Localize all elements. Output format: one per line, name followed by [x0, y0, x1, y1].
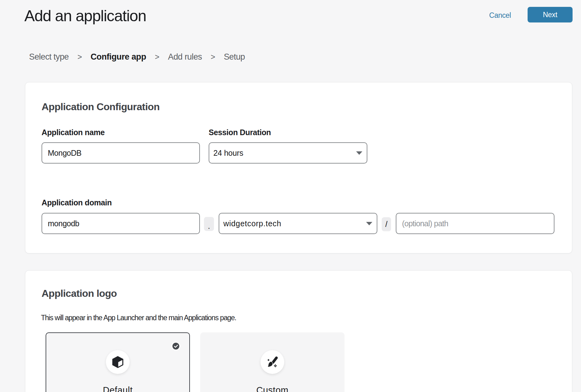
- breadcrumb: Select type > Configure app > Add rules …: [29, 51, 245, 62]
- page-title: Add an application: [24, 7, 146, 25]
- chevron-down-icon: [356, 151, 362, 155]
- application-logo-card: Application logo This will appear in the…: [25, 270, 572, 392]
- check-icon: [172, 343, 179, 350]
- application-name-input[interactable]: [42, 142, 200, 164]
- cube-icon: [111, 355, 125, 369]
- application-logo-description: This will appear in the App Launcher and…: [41, 313, 236, 323]
- domain-select[interactable]: widgetcorp.tech: [219, 213, 377, 234]
- domain-dot-separator-text: .: [208, 222, 210, 231]
- domain-slash-separator: /: [382, 217, 391, 231]
- domain-dot-separator: .: [204, 217, 214, 231]
- path-input[interactable]: [396, 213, 554, 234]
- subdomain-input[interactable]: [42, 213, 200, 234]
- application-configuration-card: Application Configuration Application na…: [25, 82, 572, 253]
- session-duration-value: 24 hours: [213, 149, 356, 158]
- breadcrumb-separator-icon: >: [211, 51, 215, 62]
- chevron-down-icon: [366, 222, 372, 225]
- custom-logo-circle: [261, 350, 284, 374]
- session-duration-label: Session Duration: [209, 128, 271, 137]
- application-logo-heading: Application logo: [42, 287, 117, 300]
- add-application-page: Add an application Cancel Next Select ty…: [0, 0, 581, 392]
- logo-option-default[interactable]: Default: [46, 332, 190, 392]
- application-name-label: Application name: [42, 128, 105, 137]
- breadcrumb-step-select-type[interactable]: Select type: [29, 51, 69, 62]
- logo-option-custom[interactable]: Custom: [200, 332, 345, 392]
- domain-select-value: widgetcorp.tech: [223, 219, 366, 228]
- breadcrumb-step-setup: Setup: [224, 51, 245, 62]
- session-duration-select[interactable]: 24 hours: [209, 142, 367, 164]
- application-configuration-heading: Application Configuration: [42, 100, 160, 113]
- cancel-button[interactable]: Cancel: [487, 11, 513, 19]
- application-domain-label: Application domain: [42, 198, 112, 207]
- breadcrumb-step-add-rules: Add rules: [168, 51, 202, 62]
- paintbrush-icon: [266, 355, 279, 369]
- breadcrumb-separator-icon: >: [155, 51, 159, 62]
- next-button[interactable]: Next: [528, 7, 573, 22]
- default-logo-circle: [106, 350, 130, 374]
- breadcrumb-separator-icon: >: [77, 51, 82, 62]
- logo-option-label: Custom: [201, 385, 344, 392]
- breadcrumb-step-configure-app: Configure app: [91, 51, 146, 62]
- logo-option-label: Default: [46, 385, 189, 392]
